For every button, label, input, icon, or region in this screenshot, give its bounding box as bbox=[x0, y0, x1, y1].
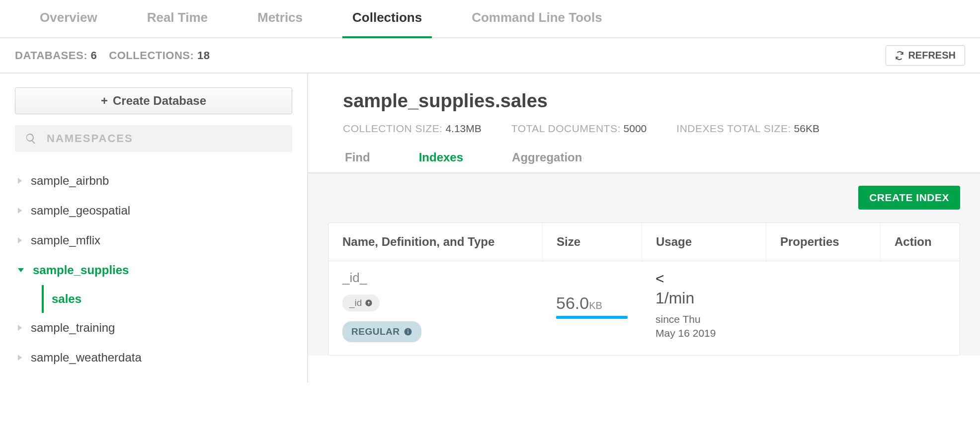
refresh-icon bbox=[895, 51, 904, 60]
db-name: sample_weatherdata bbox=[31, 351, 142, 365]
db-name: sample_mflix bbox=[31, 233, 100, 247]
databases-label: DATABASES: 6 bbox=[15, 49, 97, 62]
index-size-unit: KB bbox=[589, 300, 602, 311]
plus-icon: + bbox=[101, 94, 108, 108]
index-size-value: 56.0 bbox=[556, 294, 589, 312]
caret-icon bbox=[18, 178, 22, 184]
th-usage: Usage bbox=[642, 223, 766, 261]
total-documents-label: TOTAL DOCUMENTS: bbox=[511, 123, 621, 134]
namespace-search[interactable]: NAMESPACES bbox=[15, 125, 292, 152]
database-list: sample_airbnb sample_geospatial sample_m… bbox=[15, 166, 292, 372]
indexes-total-size-value: 56KB bbox=[794, 123, 819, 134]
content: sample_supplies.sales COLLECTION SIZE: 4… bbox=[308, 74, 980, 382]
subtab-find[interactable]: Find bbox=[343, 144, 372, 172]
caret-down-icon bbox=[18, 268, 24, 272]
create-database-label: Create Database bbox=[113, 94, 206, 108]
subtab-indexes[interactable]: Indexes bbox=[417, 144, 465, 172]
top-tabs: Overview Real Time Metrics Collections C… bbox=[0, 0, 980, 38]
collections-count: 18 bbox=[197, 49, 210, 62]
index-table: Name, Definition, and Type Size Usage Pr… bbox=[328, 222, 960, 356]
size-bar bbox=[556, 316, 628, 319]
svg-point-3 bbox=[408, 329, 408, 330]
collection-item-sales[interactable]: sales bbox=[42, 285, 292, 313]
databases-count: 6 bbox=[91, 49, 97, 62]
db-item-sample-training[interactable]: sample_training bbox=[15, 313, 292, 343]
tab-overview[interactable]: Overview bbox=[30, 0, 107, 38]
tab-collections[interactable]: Collections bbox=[342, 0, 432, 38]
total-documents-value: 5000 bbox=[624, 123, 647, 134]
collection-size-value: 4.13MB bbox=[445, 123, 481, 134]
caret-icon bbox=[18, 237, 22, 243]
search-icon bbox=[25, 133, 37, 145]
db-item-sample-geospatial[interactable]: sample_geospatial bbox=[15, 196, 292, 225]
tab-metrics[interactable]: Metrics bbox=[247, 0, 313, 38]
collection-title: sample_supplies.sales bbox=[343, 90, 960, 112]
usage-since: since Thu May 16 2019 bbox=[655, 312, 752, 341]
info-icon bbox=[404, 327, 412, 336]
properties-cell bbox=[766, 261, 880, 355]
caret-icon bbox=[18, 355, 22, 361]
th-size: Size bbox=[542, 223, 642, 261]
db-item-sample-supplies[interactable]: sample_supplies bbox=[15, 255, 292, 285]
refresh-label: REFRESH bbox=[908, 50, 956, 61]
subtab-aggregation[interactable]: Aggregation bbox=[510, 144, 584, 172]
collections-label: COLLECTIONS: 18 bbox=[109, 49, 210, 62]
tab-realtime[interactable]: Real Time bbox=[137, 0, 218, 38]
index-field-label: _id bbox=[349, 297, 362, 308]
collection-size-label: COLLECTION SIZE: bbox=[343, 123, 443, 134]
index-field-chip: _id bbox=[342, 295, 380, 311]
index-type-badge: REGULAR bbox=[342, 321, 421, 342]
index-type-label: REGULAR bbox=[351, 326, 400, 337]
db-name: sample_airbnb bbox=[31, 174, 109, 188]
collection-stats: COLLECTION SIZE: 4.13MB TOTAL DOCUMENTS:… bbox=[343, 123, 960, 135]
db-item-sample-mflix[interactable]: sample_mflix bbox=[15, 225, 292, 255]
db-name: sample_supplies bbox=[33, 263, 129, 277]
index-row: _id_ _id REGULAR bbox=[328, 261, 960, 355]
stats-row: DATABASES: 6 COLLECTIONS: 18 REFRESH bbox=[0, 38, 980, 74]
db-item-sample-airbnb[interactable]: sample_airbnb bbox=[15, 166, 292, 196]
usage-rate: 1/min bbox=[655, 289, 752, 307]
create-database-button[interactable]: + Create Database bbox=[15, 87, 292, 114]
caret-icon bbox=[18, 208, 22, 214]
arrow-up-circle-icon bbox=[365, 299, 373, 307]
indexes-total-size-label: INDEXES TOTAL SIZE: bbox=[676, 123, 791, 134]
db-item-sample-weatherdata[interactable]: sample_weatherdata bbox=[15, 343, 292, 372]
usage-operator: < bbox=[655, 270, 752, 287]
th-name: Name, Definition, and Type bbox=[328, 223, 542, 261]
action-cell bbox=[880, 261, 960, 355]
create-index-button[interactable]: CREATE INDEX bbox=[858, 186, 960, 210]
sidebar: + Create Database NAMESPACES sample_airb… bbox=[0, 74, 308, 382]
db-name: sample_geospatial bbox=[31, 204, 130, 218]
collection-subtabs: Find Indexes Aggregation bbox=[343, 144, 980, 172]
svg-rect-2 bbox=[408, 331, 409, 334]
th-action: Action bbox=[880, 223, 960, 261]
namespace-placeholder: NAMESPACES bbox=[47, 132, 133, 145]
db-name: sample_training bbox=[31, 321, 115, 335]
tab-cli[interactable]: Command Line Tools bbox=[462, 0, 612, 38]
th-properties: Properties bbox=[766, 223, 880, 261]
caret-icon bbox=[18, 325, 22, 331]
index-name: _id_ bbox=[342, 270, 528, 286]
refresh-button[interactable]: REFRESH bbox=[886, 45, 965, 66]
